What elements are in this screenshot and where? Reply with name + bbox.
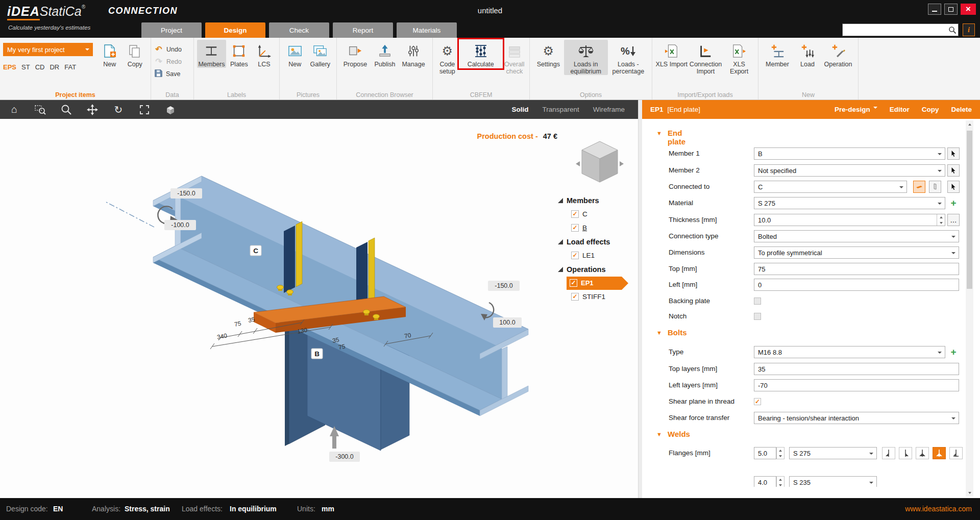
tree-group-members[interactable]: Members <box>558 193 638 207</box>
checkbox-le1[interactable]: ✓ <box>571 252 579 259</box>
weld-type-selected-button[interactable] <box>933 447 946 459</box>
weld-flanges-spinner[interactable] <box>776 447 785 459</box>
copy-operation-button[interactable]: Copy <box>922 106 939 113</box>
code-setup-button[interactable]: ⚙ Code setup <box>436 40 459 75</box>
connected-to-pick-button[interactable] <box>947 181 960 193</box>
add-bolt-assembly-button[interactable]: + <box>947 346 960 358</box>
shear-transfer-select[interactable]: Bearing - tension/shear interaction <box>754 412 959 424</box>
info-button[interactable]: i <box>963 23 975 36</box>
3d-viewport[interactable]: 75 35 340 130 35 75 70 -150.0 -100.0 -1 <box>0 119 638 498</box>
minimize-button[interactable] <box>928 4 941 15</box>
weld-type-plug-button[interactable] <box>949 447 963 459</box>
labels-lcs-toggle[interactable]: LCS <box>252 40 276 68</box>
checkbox-member-b[interactable]: ✓ <box>571 224 579 232</box>
picture-gallery-button[interactable]: Gallery <box>307 40 333 68</box>
tab-check[interactable]: Check <box>269 22 329 38</box>
collapse-arrow-icon[interactable] <box>558 267 563 272</box>
loads-percentage-button[interactable]: % Loads - percentage <box>608 40 649 75</box>
tab-project[interactable]: Project <box>141 22 202 38</box>
member1-select[interactable]: B <box>754 147 945 160</box>
checkbox-stiff1[interactable]: ✓ <box>571 293 579 301</box>
3d-scene[interactable]: 75 35 340 130 35 75 70 -150.0 -100.0 -1 <box>0 119 638 498</box>
backing-plate-checkbox[interactable] <box>754 298 761 305</box>
overall-check-button[interactable]: Overall check <box>503 40 526 75</box>
scroll-down-icon[interactable] <box>966 489 973 497</box>
view-mode-wireframe[interactable]: Wireframe <box>593 106 625 113</box>
code-dr[interactable]: DR <box>50 63 59 71</box>
weld-webs-input[interactable]: 4.0 <box>754 476 776 487</box>
member1-pick-button[interactable] <box>947 147 960 160</box>
anchor-plate-2[interactable] <box>369 238 375 305</box>
scroll-up-icon[interactable] <box>966 120 973 128</box>
collapse-section-icon[interactable]: ▼ <box>656 431 662 437</box>
settings-button[interactable]: ⚙ Settings <box>533 40 564 68</box>
weld-type-butt-button[interactable] <box>882 447 895 459</box>
view-mode-transparent[interactable]: Transparent <box>542 106 579 113</box>
close-button[interactable]: × <box>961 4 976 15</box>
shear-plane-checkbox[interactable]: ✓ <box>754 398 761 405</box>
maximize-button[interactable] <box>944 4 958 15</box>
checkbox-ep1[interactable]: ✓ <box>570 279 577 287</box>
left-mm-input[interactable]: 0 <box>754 279 959 291</box>
tree-item-le1[interactable]: ✓LE1 <box>558 249 638 262</box>
picture-new-button[interactable]: New <box>283 40 307 68</box>
loads-in-equilibrium-toggle[interactable]: Loads in equilibrium <box>564 40 608 75</box>
zoom-window-icon[interactable] <box>34 104 46 116</box>
dimensions-select[interactable]: To profile symmetrical <box>754 246 959 259</box>
redo-button[interactable]: ↷Redo <box>154 56 182 67</box>
project-copy-button[interactable]: Copy <box>122 40 148 68</box>
zoom-icon[interactable] <box>60 104 72 116</box>
tree-group-load-effects[interactable]: Load effects <box>558 235 638 249</box>
top-mm-input[interactable]: 75 <box>754 263 959 275</box>
code-fat[interactable]: FAT <box>64 63 76 71</box>
member2-pick-button[interactable] <box>947 164 960 177</box>
connection-import-button[interactable]: Connection Import <box>688 40 724 75</box>
rotate-view-icon[interactable]: ↻ <box>112 104 125 116</box>
project-new-button[interactable]: New <box>97 40 122 68</box>
xls-import-button[interactable]: XLS Import <box>655 40 688 68</box>
collapse-section-icon[interactable]: ▼ <box>656 130 662 136</box>
left-layers-input[interactable]: -70 <box>754 379 959 391</box>
code-eps[interactable]: EPS <box>3 63 16 71</box>
labels-members-toggle[interactable]: Members <box>197 40 226 68</box>
new-operation-button[interactable]: Operation <box>822 40 854 68</box>
connected-to-select[interactable]: C <box>754 181 907 193</box>
tab-design[interactable]: Design <box>205 22 265 38</box>
weld-type-fillet-button[interactable] <box>899 447 912 459</box>
properties-scrollbar[interactable] <box>966 120 973 497</box>
tab-materials[interactable]: Materials <box>397 22 457 38</box>
manage-button[interactable]: Manage <box>399 40 428 68</box>
anchor-plate-1[interactable] <box>296 221 302 287</box>
weld-webs-material-select[interactable]: S 235 <box>789 476 877 487</box>
checkbox-member-c[interactable]: ✓ <box>571 210 579 218</box>
delete-operation-button[interactable]: Delete <box>951 106 972 113</box>
pan-icon[interactable] <box>86 104 99 116</box>
undo-button[interactable]: ↶Undo <box>154 44 182 55</box>
zoom-fit-icon[interactable] <box>138 104 151 116</box>
display-mode-cube-icon[interactable] <box>164 104 177 116</box>
home-view-icon[interactable]: ⌂ <box>8 104 20 116</box>
tree-item-member-b[interactable]: ✓B <box>558 221 638 235</box>
tree-item-ep1[interactable]: ✓EP1 <box>558 276 638 290</box>
material-select[interactable]: S 275 <box>754 197 945 209</box>
thickness-input[interactable]: 10.0 <box>754 214 945 226</box>
xls-export-button[interactable]: XLS Export <box>723 40 755 75</box>
collapse-arrow-icon[interactable] <box>558 239 563 244</box>
search-icon[interactable] <box>947 24 958 36</box>
editor-button[interactable]: Editor <box>890 106 910 113</box>
thickness-spinner[interactable] <box>937 214 945 226</box>
ep1-selected-banner[interactable]: ✓EP1 <box>567 277 622 290</box>
plate-orientation-v-button[interactable] <box>929 181 941 193</box>
weld-flanges-material-select[interactable]: S 275 <box>789 447 877 459</box>
panel-splitter[interactable] <box>638 100 642 498</box>
notch-checkbox[interactable] <box>754 313 761 320</box>
collapse-section-icon[interactable]: ▼ <box>656 330 662 336</box>
thickness-more-button[interactable]: … <box>947 214 960 226</box>
navigation-cube[interactable] <box>572 137 628 188</box>
new-member-button[interactable]: Member <box>762 40 793 68</box>
search-input[interactable] <box>843 24 947 35</box>
tree-group-operations[interactable]: Operations <box>558 262 638 276</box>
plate-orientation-h-button[interactable] <box>913 181 925 193</box>
view-mode-solid[interactable]: Solid <box>511 106 528 113</box>
weld-webs-spinner[interactable] <box>776 476 785 487</box>
